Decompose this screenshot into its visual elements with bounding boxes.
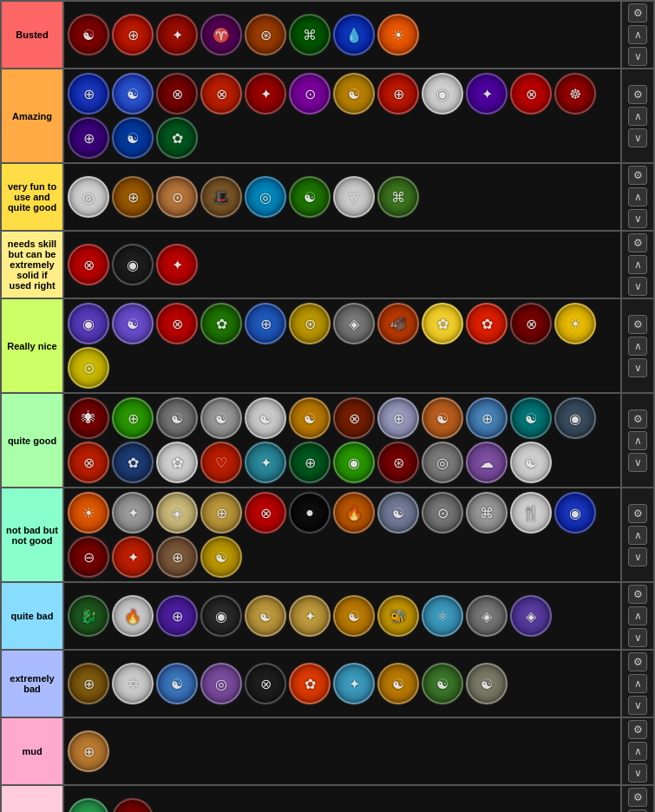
tier-icon-not-bad-15[interactable]: ☯ [200,536,242,578]
tier-icon-really-nice-2[interactable]: ⊗ [156,303,198,344]
tier-icon-quite-bad-6[interactable]: ☯ [333,595,375,637]
tier-icon-very-fun-1[interactable]: ⊕ [112,176,154,218]
tier-icon-pve-1[interactable]: ⊖ [112,798,154,812]
tier-icon-quite-good-2[interactable]: ☯ [156,397,198,439]
tier-icon-quite-good-17[interactable]: ⊕ [289,442,331,483]
tier-icon-pve-0[interactable]: ☯ [68,798,109,812]
tier-icon-extremely-bad-7[interactable]: ☯ [377,663,419,704]
down-button-not-bad[interactable]: ∨ [628,547,647,566]
tier-icon-not-bad-6[interactable]: 🔥 [333,492,375,534]
tier-icon-quite-good-6[interactable]: ⊗ [333,397,375,439]
gear-button-pve[interactable]: ⚙ [628,788,647,807]
tier-icon-busted-7[interactable]: ☀ [377,14,419,56]
tier-icon-quite-bad-9[interactable]: ◈ [466,595,508,637]
tier-icon-really-nice-4[interactable]: ⊕ [245,303,286,344]
tier-icon-amazing-9[interactable]: ✦ [466,73,508,115]
tier-icon-very-fun-0[interactable]: ◎ [68,176,109,218]
tier-icon-busted-6[interactable]: 💧 [333,14,375,56]
tier-icon-very-fun-7[interactable]: ⌘ [377,176,419,218]
gear-button-busted[interactable]: ⚙ [628,3,647,23]
tier-icon-quite-good-10[interactable]: ☯ [510,397,552,439]
tier-icon-extremely-bad-5[interactable]: ✿ [289,663,331,704]
tier-icon-extremely-bad-0[interactable]: ⊕ [68,663,109,704]
tier-icon-amazing-14[interactable]: ✿ [156,117,198,159]
tier-icon-busted-5[interactable]: ⌘ [289,14,331,56]
tier-icon-extremely-bad-4[interactable]: ⊗ [245,663,286,704]
up-button-very-fun[interactable]: ∧ [628,187,647,206]
tier-icon-amazing-11[interactable]: ☸ [554,73,596,115]
tier-icon-really-nice-11[interactable]: ☀ [554,303,596,344]
down-button-needs-skill[interactable]: ∨ [628,277,647,296]
tier-icon-extremely-bad-6[interactable]: ✦ [333,663,375,704]
gear-button-very-fun[interactable]: ⚙ [628,166,647,185]
tier-icon-amazing-13[interactable]: ☯ [112,117,154,159]
up-button-really-nice[interactable]: ∧ [628,337,647,356]
tier-icon-really-nice-0[interactable]: ◉ [68,303,109,344]
tier-icon-busted-1[interactable]: ⊕ [112,14,154,56]
tier-icon-amazing-7[interactable]: ⊕ [377,73,419,115]
tier-icon-really-nice-10[interactable]: ⊗ [510,303,552,344]
tier-icon-quite-bad-10[interactable]: ◈ [510,595,552,637]
tier-icon-amazing-6[interactable]: ☯ [333,73,375,115]
tier-icon-not-bad-10[interactable]: 🍴 [510,492,552,534]
tier-icon-amazing-4[interactable]: ✦ [245,73,286,115]
tier-icon-quite-good-20[interactable]: ◎ [422,442,463,483]
tier-icon-busted-4[interactable]: ⊛ [245,14,286,56]
tier-icon-quite-good-18[interactable]: ◉ [333,442,375,483]
tier-icon-amazing-10[interactable]: ⊗ [510,73,552,115]
down-button-quite-bad[interactable]: ∨ [628,628,647,647]
tier-icon-quite-good-1[interactable]: ⊕ [112,397,154,439]
tier-icon-really-nice-6[interactable]: ◈ [333,303,375,344]
up-button-needs-skill[interactable]: ∧ [628,255,647,274]
tier-icon-quite-good-16[interactable]: ✦ [245,442,286,483]
gear-button-needs-skill[interactable]: ⚙ [628,233,647,252]
tier-icon-quite-good-22[interactable]: ☯ [510,442,552,483]
tier-icon-amazing-12[interactable]: ⊕ [68,117,109,159]
tier-icon-not-bad-0[interactable]: ☀ [68,492,109,534]
tier-icon-amazing-8[interactable]: ◉ [422,73,463,115]
down-button-amazing[interactable]: ∨ [628,128,647,147]
gear-button-really-nice[interactable]: ⚙ [628,315,647,334]
up-button-not-bad[interactable]: ∧ [628,526,647,545]
tier-icon-quite-good-9[interactable]: ⊕ [466,397,508,439]
tier-icon-quite-good-7[interactable]: ⊕ [377,397,419,439]
tier-icon-amazing-5[interactable]: ⊙ [289,73,331,115]
tier-icon-quite-good-14[interactable]: ✿ [156,442,198,483]
tier-icon-extremely-bad-8[interactable]: ☯ [422,663,463,704]
tier-icon-amazing-3[interactable]: ⊗ [200,73,242,115]
gear-button-quite-good[interactable]: ⚙ [628,409,647,429]
tier-icon-busted-3[interactable]: ♈ [200,14,242,56]
tier-icon-quite-good-8[interactable]: ☯ [422,397,463,439]
tier-icon-really-nice-3[interactable]: ✿ [200,303,242,344]
up-button-extremely-bad[interactable]: ∧ [628,674,647,693]
tier-icon-really-nice-5[interactable]: ⊛ [289,303,331,344]
tier-icon-not-bad-8[interactable]: ⊙ [422,492,463,534]
tier-icon-not-bad-3[interactable]: ⊕ [200,492,242,534]
tier-icon-not-bad-2[interactable]: ◈ [156,492,198,534]
up-button-busted[interactable]: ∧ [628,25,647,44]
tier-icon-extremely-bad-9[interactable]: ☯ [466,663,508,704]
tier-icon-quite-bad-4[interactable]: ☯ [245,595,286,637]
tier-icon-not-bad-12[interactable]: ⊖ [68,536,109,578]
tier-icon-amazing-0[interactable]: ⊕ [68,73,109,115]
tier-icon-really-nice-1[interactable]: ☯ [112,303,154,344]
tier-icon-quite-bad-8[interactable]: ⚛ [422,595,463,637]
down-button-quite-good[interactable]: ∨ [628,453,647,472]
tier-icon-quite-good-0[interactable]: 🕷 [68,397,109,439]
tier-icon-quite-bad-0[interactable]: 🐉 [68,595,109,637]
gear-button-amazing[interactable]: ⚙ [628,85,647,104]
gear-button-extremely-bad[interactable]: ⚙ [628,652,647,671]
down-button-very-fun[interactable]: ∨ [628,209,647,228]
tier-icon-quite-good-21[interactable]: ☁ [466,442,508,483]
tier-icon-extremely-bad-2[interactable]: ☯ [156,663,198,704]
tier-icon-needs-skill-2[interactable]: ✦ [156,244,198,285]
tier-icon-busted-0[interactable]: ☯ [68,14,109,56]
tier-icon-very-fun-4[interactable]: ◎ [245,176,286,218]
tier-icon-not-bad-4[interactable]: ⊗ [245,492,286,534]
tier-icon-quite-bad-2[interactable]: ⊕ [156,595,198,637]
tier-icon-mud-0[interactable]: ⊕ [68,730,109,772]
gear-button-quite-bad[interactable]: ⚙ [628,585,647,604]
down-button-really-nice[interactable]: ∨ [628,358,647,377]
tier-icon-quite-good-19[interactable]: ⊛ [377,442,419,483]
tier-icon-quite-good-5[interactable]: ☯ [289,397,331,439]
